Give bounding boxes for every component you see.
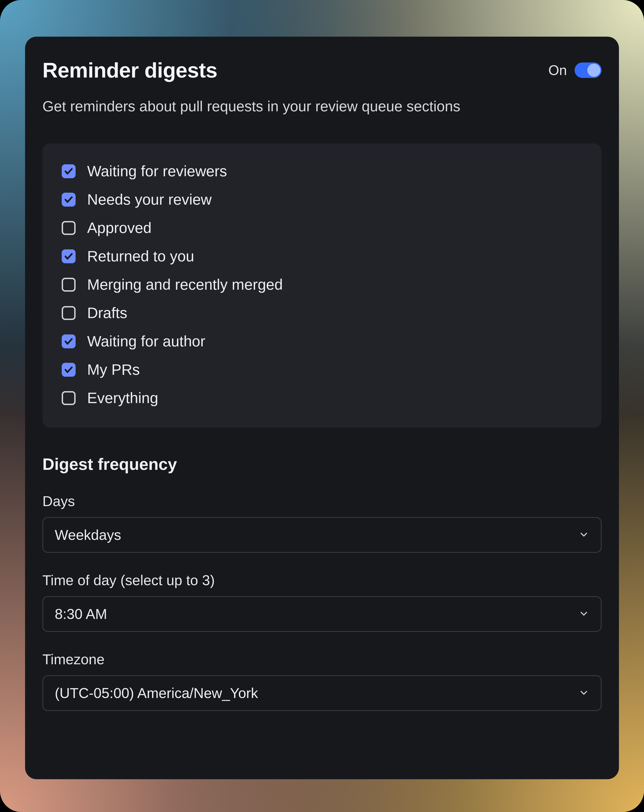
section-label: Everything: [87, 389, 158, 407]
section-row[interactable]: Waiting for author: [62, 327, 582, 356]
section-checkbox[interactable]: [62, 164, 76, 178]
section-row[interactable]: Needs your review: [62, 185, 582, 214]
timezone-field: Timezone (UTC-05:00) America/New_York: [43, 651, 601, 711]
timezone-value: (UTC-05:00) America/New_York: [55, 685, 258, 701]
section-label: Merging and recently merged: [87, 276, 283, 293]
sections-card: Waiting for reviewersNeeds your reviewAp…: [43, 143, 601, 427]
section-label: Returned to you: [87, 247, 194, 265]
settings-panel: Reminder digests On Get reminders about …: [25, 37, 619, 779]
section-label: Waiting for reviewers: [87, 162, 227, 180]
time-value: 8:30 AM: [55, 606, 107, 622]
section-row[interactable]: Merging and recently merged: [62, 270, 582, 299]
timezone-select[interactable]: (UTC-05:00) America/New_York: [43, 675, 601, 711]
master-toggle[interactable]: [575, 63, 601, 78]
section-row[interactable]: Waiting for reviewers: [62, 157, 582, 185]
days-label: Days: [43, 493, 601, 509]
master-toggle-wrap: On: [548, 62, 601, 78]
section-label: Drafts: [87, 304, 127, 322]
days-value: Weekdays: [55, 527, 121, 543]
section-row[interactable]: Returned to you: [62, 242, 582, 270]
page-title: Reminder digests: [43, 58, 217, 82]
chevron-down-icon: [578, 529, 589, 541]
section-checkbox[interactable]: [62, 391, 76, 405]
section-label: Waiting for author: [87, 333, 205, 350]
chevron-down-icon: [578, 608, 589, 620]
section-checkbox[interactable]: [62, 363, 76, 377]
header-row: Reminder digests On: [43, 58, 601, 82]
section-checkbox[interactable]: [62, 221, 76, 235]
section-checkbox[interactable]: [62, 334, 76, 348]
section-checkbox[interactable]: [62, 249, 76, 263]
master-toggle-label: On: [548, 62, 567, 78]
section-checkbox[interactable]: [62, 193, 76, 206]
section-row[interactable]: My PRs: [62, 356, 582, 384]
section-row[interactable]: Drafts: [62, 299, 582, 327]
frequency-heading: Digest frequency: [43, 455, 601, 474]
toggle-knob: [587, 64, 600, 77]
section-checkbox[interactable]: [62, 278, 76, 292]
section-label: Needs your review: [87, 191, 212, 208]
page-subtitle: Get reminders about pull requests in you…: [43, 98, 601, 114]
days-field: Days Weekdays: [43, 493, 601, 553]
window-frame: Reminder digests On Get reminders about …: [0, 0, 644, 812]
time-select[interactable]: 8:30 AM: [43, 596, 601, 632]
time-label: Time of day (select up to 3): [43, 572, 601, 588]
section-row[interactable]: Everything: [62, 384, 582, 412]
section-row[interactable]: Approved: [62, 214, 582, 242]
time-field: Time of day (select up to 3) 8:30 AM: [43, 572, 601, 632]
days-select[interactable]: Weekdays: [43, 517, 601, 553]
section-label: My PRs: [87, 361, 140, 379]
section-label: Approved: [87, 219, 151, 237]
chevron-down-icon: [578, 687, 589, 699]
section-checkbox[interactable]: [62, 306, 76, 320]
timezone-label: Timezone: [43, 651, 601, 667]
